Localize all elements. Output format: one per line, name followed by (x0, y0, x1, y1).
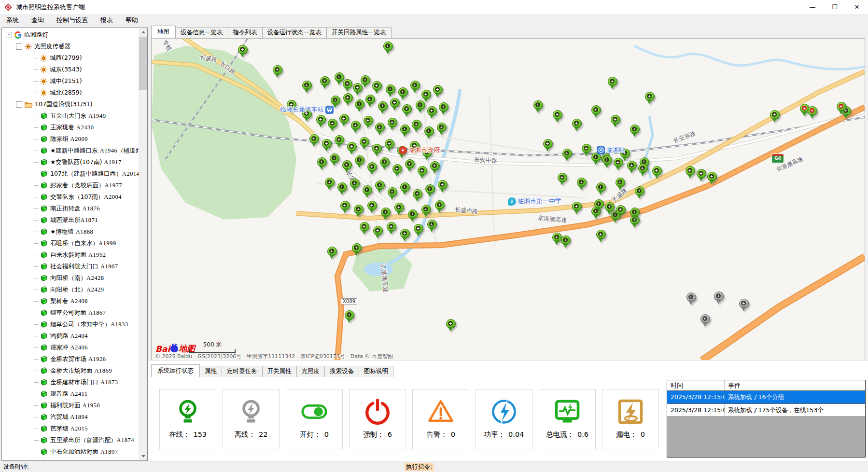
tree-item[interactable]: ★建新中路路口东 A1946（辅道灯） (2, 145, 139, 156)
map-pin-green[interactable] (408, 209, 418, 219)
map-pin-red[interactable] (837, 102, 846, 111)
map-pin-green[interactable] (339, 114, 349, 124)
map-pin-green[interactable] (355, 99, 364, 109)
map-pin-green[interactable] (320, 76, 330, 86)
tree-item[interactable]: 烟草公司对面 A1867 (2, 307, 139, 319)
map-pin-green[interactable] (394, 203, 404, 212)
map-pin-green[interactable] (697, 169, 706, 179)
map-pin-green[interactable] (616, 205, 626, 215)
map-pin-green[interactable] (435, 200, 445, 210)
map-pin-green[interactable] (402, 104, 412, 114)
minimize-button[interactable]: — (801, 0, 824, 14)
map-pin-green[interactable] (390, 98, 400, 108)
map-pin-green[interactable] (372, 81, 382, 91)
map-pin-green[interactable] (337, 182, 347, 192)
map-pin-green[interactable] (340, 201, 350, 210)
map-pin-green[interactable] (405, 159, 415, 169)
map-pin-green[interactable] (572, 119, 582, 128)
map-pin-green[interactable] (652, 166, 662, 176)
map-pin-green[interactable] (602, 155, 612, 165)
map-pin-green[interactable] (421, 90, 431, 99)
map-pin-green[interactable] (439, 102, 448, 112)
tree-item[interactable]: 自来水斜对面 A1952 (2, 249, 139, 261)
map-pin-green[interactable] (572, 202, 582, 211)
tree-item[interactable]: 观音路 A2411 (2, 388, 139, 400)
map-pin-green[interactable] (414, 224, 423, 234)
map-pin-green[interactable] (582, 144, 591, 153)
map-pin-green[interactable] (413, 189, 422, 199)
tree-item[interactable]: 谭家冲 A2406 (2, 342, 139, 353)
menu-item-2[interactable]: 控制与设置 (50, 14, 94, 27)
map-pin-green[interactable] (361, 75, 370, 85)
map-pin-green[interactable] (364, 116, 373, 125)
map-pin-green[interactable] (543, 139, 553, 149)
map-pin-green[interactable] (343, 79, 352, 89)
tree-item[interactable]: 南正街转盘 A1876 (2, 203, 139, 214)
tree-item[interactable]: 鸿鹤路 A2404 (2, 330, 139, 342)
map-pin-green[interactable] (627, 161, 637, 170)
map-pin-green[interactable] (437, 123, 447, 132)
map-pin-green[interactable] (686, 166, 695, 176)
tree-item[interactable]: 陈家组 A2009 (2, 133, 139, 145)
tab-bottom-0[interactable]: 系统运行状态 (151, 364, 200, 377)
tree-item[interactable]: 石咀桥（自来水）A1999 (2, 237, 139, 249)
tab-main-1[interactable]: 设备信息一览表 (175, 27, 228, 38)
map-pin-green[interactable] (400, 125, 410, 134)
map-pin-green[interactable] (325, 178, 335, 187)
tree-item[interactable]: 金桥农贸市场 A1926 (2, 353, 139, 365)
map-pin-green[interactable] (345, 310, 354, 320)
map-pin-green[interactable] (533, 100, 543, 110)
map-pin-green[interactable] (591, 105, 601, 115)
tree-item[interactable]: 中石化加油站对面 A1897 (2, 446, 139, 458)
map-pin-green[interactable] (342, 160, 352, 170)
map-pin-green[interactable] (367, 162, 377, 172)
tree-item[interactable]: 金桥建材市场门口 A1873 (2, 376, 139, 388)
menu-item-4[interactable]: 帮助 (119, 14, 144, 27)
map-pin-green[interactable] (424, 126, 434, 136)
map-pin-gray[interactable] (714, 292, 724, 301)
map-pin-green[interactable] (433, 85, 443, 95)
tab-bottom-4[interactable]: 光照度 (296, 366, 325, 377)
map-pin-green[interactable] (387, 222, 396, 232)
tab-bottom-3[interactable]: 开关属性 (262, 366, 297, 377)
tab-main-4[interactable]: 开关回路属性一览表 (326, 27, 392, 38)
map-pin-green[interactable] (352, 243, 362, 253)
map-pin-green[interactable] (372, 144, 382, 153)
map-view[interactable]: Bai地图 500 米 © 2025 Baidu - GS(2023)3206号… (151, 38, 865, 361)
tree-item[interactable]: 梨树巷 A2408 (2, 295, 139, 307)
map-pin-green[interactable] (302, 81, 312, 90)
map-pin-green[interactable] (392, 164, 402, 174)
tree-group-0[interactable]: -光照度传感器 (2, 41, 139, 52)
map-pin-green[interactable] (238, 45, 248, 55)
tree-item[interactable]: 城西派出所A1871 (2, 214, 139, 226)
tree-item[interactable]: 向阳桥（南）A2428 (2, 272, 139, 284)
tree-item[interactable]: 烟草公司（求知中学）A1933 (2, 319, 139, 330)
tree-item[interactable]: 城北(2859) (2, 87, 139, 98)
tree-item[interactable]: 汽贸城 A1894 (2, 411, 139, 423)
close-button[interactable]: ✕ (846, 0, 868, 14)
tree-item[interactable]: 交警队东（107南）A2004 (2, 191, 139, 203)
tab-bottom-6[interactable]: 图标说明 (359, 366, 393, 377)
map-pin-green[interactable] (373, 226, 383, 236)
map-pin-green[interactable] (418, 166, 427, 176)
map-pin-green[interactable] (552, 233, 562, 242)
map-pin-green[interactable] (594, 199, 604, 209)
map-pin-green[interactable] (360, 222, 369, 232)
menu-item-1[interactable]: 查询 (25, 14, 50, 27)
map-pin-green[interactable] (343, 93, 353, 103)
tab-bottom-1[interactable]: 属性 (199, 366, 222, 377)
map-pin-green[interactable] (410, 81, 420, 90)
map-pin-green[interactable] (605, 202, 615, 212)
event-log-row[interactable]: 2025/3/28 12:15:08系统加载了16个分组 (667, 391, 865, 404)
map-pin-green[interactable] (388, 187, 397, 197)
tree-item[interactable]: 福利院对面 A1950 (2, 400, 139, 411)
tree-item[interactable]: 城东(3543) (2, 64, 139, 75)
tree-item[interactable]: 107北（建新中路路口西）A2014 (2, 168, 139, 180)
maximize-button[interactable]: ☐ (824, 0, 846, 14)
map-pin-green[interactable] (553, 110, 562, 120)
tab-main-0[interactable]: 地图 (151, 26, 176, 38)
map-pin-green[interactable] (316, 115, 326, 125)
map-pin-green[interactable] (381, 208, 391, 217)
map-pin-green[interactable] (360, 137, 369, 147)
map-pin-gray[interactable] (700, 314, 710, 324)
